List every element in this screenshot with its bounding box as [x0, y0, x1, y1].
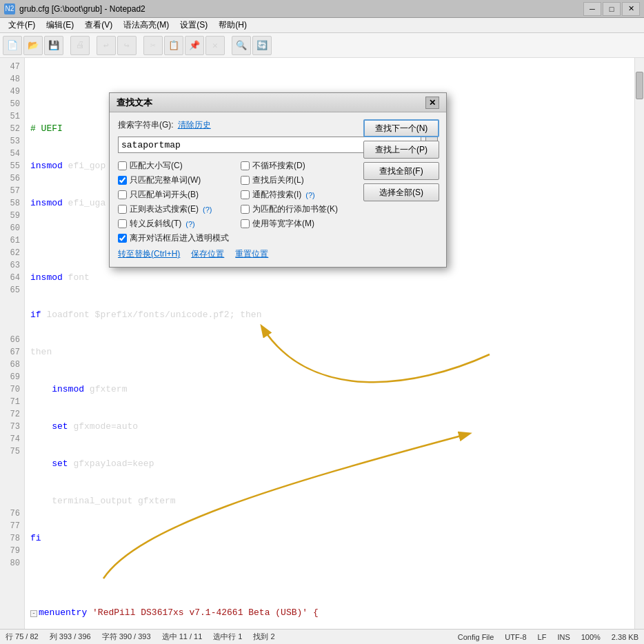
status-column: 列 393 / 396	[50, 632, 91, 642]
paste-button[interactable]: 📌	[185, 36, 204, 55]
code-line-59: fi	[30, 532, 629, 545]
cb-bookmark-label: 为匹配的行添加书签(K)	[252, 203, 338, 215]
cb-transparent-input[interactable]	[118, 234, 127, 243]
new-button[interactable]: 📄	[3, 36, 22, 55]
toolbar: 📄 📂 💾 🖨 ↩ ↪ ✂ 📋 📌 ✕ 🔍 🔄	[0, 33, 644, 58]
maximize-button[interactable]: □	[603, 2, 621, 16]
replace-button[interactable]: 🔄	[252, 36, 272, 55]
cb-escape: 转义反斜线(T) (?)	[118, 218, 230, 230]
delete-button[interactable]: ✕	[205, 36, 225, 55]
status-selected: 选中 11 / 11	[162, 632, 203, 642]
find-prev-button[interactable]: 查找上一个(P)	[363, 141, 439, 159]
cb-whole-word-label: 只匹配完整单词(W)	[130, 174, 201, 186]
status-lf: LF	[538, 633, 547, 641]
vertical-scrollbar[interactable]	[634, 58, 644, 629]
window-controls: ─ □ ✕	[583, 2, 640, 16]
menubar: 文件(F) 编辑(E) 查看(V) 语法高亮(M) 设置(S) 帮助(H)	[0, 18, 644, 33]
undo-button[interactable]: ↩	[97, 36, 116, 55]
cb-no-loop-label: 不循环搜索(D)	[252, 160, 305, 172]
find-button[interactable]: 🔍	[232, 36, 251, 55]
cb-word-start: 只匹配单词开头(B)	[118, 189, 230, 201]
print-button[interactable]: 🖨	[70, 36, 90, 55]
menu-view[interactable]: 查看(V)	[79, 18, 118, 32]
statusbar: 行 75 / 82 列 393 / 396 字符 390 / 393 选中 11…	[0, 629, 644, 644]
cb-regex-input[interactable]	[118, 205, 127, 214]
scrollbar-thumb[interactable]	[636, 72, 643, 99]
status-found: 找到 2	[253, 632, 274, 642]
cb-escape-input[interactable]	[118, 219, 127, 228]
reset-pos-link[interactable]: 重置位置	[235, 248, 268, 260]
select-all-button[interactable]: 选择全部(S)	[363, 183, 439, 201]
menu-help[interactable]: 帮助(H)	[213, 18, 252, 32]
minimize-button[interactable]: ─	[583, 2, 601, 16]
cb-monospace: 使用等宽字体(M)	[241, 218, 352, 230]
code-line-61: -menuentry 'RedPill DS3617xs v7.1-42661 …	[30, 607, 629, 619]
cb-close-after-label: 查找后关闭(L)	[252, 174, 304, 186]
wildcard-help-link[interactable]: (?)	[305, 191, 314, 199]
code-line-57: set gfxpayload=keep	[30, 458, 629, 470]
save-pos-link[interactable]: 保存位置	[191, 248, 224, 260]
cb-monospace-input[interactable]	[241, 219, 250, 228]
status-zoom: 100%	[581, 633, 601, 641]
save-button[interactable]: 💾	[44, 36, 63, 55]
escape-help-link[interactable]: (?)	[185, 220, 194, 228]
cb-regex-label: 正则表达式搜索(E)	[130, 203, 199, 215]
app-icon: N2	[4, 3, 15, 14]
replace-link[interactable]: 转至替换(Ctrl+H)	[118, 248, 180, 260]
regex-help-link[interactable]: (?)	[203, 205, 212, 214]
cb-wildcard: 通配符搜索(I) (?)	[241, 189, 352, 201]
open-button[interactable]: 📂	[23, 36, 43, 55]
cb-bookmark-input[interactable]	[241, 205, 250, 214]
code-line-52: insmod font	[30, 272, 629, 284]
status-position: 行 75 / 82	[6, 632, 39, 642]
cb-word-start-input[interactable]	[118, 190, 127, 199]
cb-wildcard-label: 通配符搜索(I)	[252, 189, 301, 201]
status-size: 2.38 KB	[612, 633, 638, 641]
cb-transparent: 离开对话框后进入透明模式	[118, 232, 352, 244]
close-button[interactable]: ✕	[622, 2, 640, 16]
menu-file[interactable]: 文件(F)	[3, 18, 41, 32]
collapse-61[interactable]: -	[30, 610, 37, 617]
cb-transparent-label: 离开对话框后进入透明模式	[130, 232, 229, 244]
copy-button[interactable]: 📋	[164, 36, 183, 55]
dialog-close-button[interactable]: ✕	[425, 97, 439, 109]
code-line-56: set gfxmode=auto	[30, 421, 629, 433]
cb-escape-label: 转义反斜线(T)	[130, 218, 181, 230]
cb-regex: 正则表达式搜索(E) (?)	[118, 203, 230, 215]
cb-monospace-label: 使用等宽字体(M)	[252, 218, 314, 230]
redo-button[interactable]: ↪	[117, 36, 137, 55]
cb-wildcard-input[interactable]	[241, 190, 250, 199]
cb-whole-word-input[interactable]	[118, 176, 127, 185]
cut-button[interactable]: ✂	[143, 36, 163, 55]
cb-case-label: 匹配大小写(C)	[130, 160, 183, 172]
status-utf8: UTF-8	[505, 633, 526, 641]
dialog-title-bar: 查找文本 ✕	[110, 93, 446, 112]
find-next-button[interactable]: 查找下一个(N)	[363, 119, 439, 137]
cb-no-loop: 不循环搜索(D)	[241, 160, 352, 172]
cb-close-after-input[interactable]	[241, 176, 250, 185]
menu-settings[interactable]: 设置(S)	[174, 18, 213, 32]
status-chars: 字符 390 / 393	[102, 632, 151, 642]
menu-syntax[interactable]: 语法高亮(M)	[118, 18, 174, 32]
code-line-53: if loadfont $prefix/fonts/unicode.pf2; t…	[30, 309, 629, 321]
status-inline: 选中行 1	[213, 632, 242, 642]
options-checkboxes: 匹配大小写(C) 不循环搜索(D) 只匹配完整单词(W) 查找后关闭(L) 只匹…	[118, 160, 352, 244]
cb-case: 匹配大小写(C)	[118, 160, 230, 172]
cb-no-loop-input[interactable]	[241, 161, 250, 170]
code-line-60	[30, 570, 629, 582]
cb-whole-word: 只匹配完整单词(W)	[118, 174, 230, 186]
status-config: Config File	[458, 633, 494, 641]
menu-edit[interactable]: 编辑(E)	[41, 18, 79, 32]
titlebar: N2 grub.cfg [G:\boot\grub] - Notepad2 ─ …	[0, 0, 644, 18]
status-ins: INS	[557, 633, 570, 641]
code-line-55: insmod gfxterm	[30, 383, 629, 396]
clear-history-link[interactable]: 清除历史	[178, 119, 211, 131]
code-line-58: terminal_output gfxterm	[30, 495, 629, 507]
cb-word-start-label: 只匹配单词开头(B)	[130, 189, 199, 201]
line-numbers: 47 48 49 50 51 52 53 54 55 56 57 58 59 6…	[0, 58, 25, 629]
cb-case-input[interactable]	[118, 161, 127, 170]
window-title: grub.cfg [G:\boot\grub] - Notepad2	[19, 4, 583, 14]
find-dialog: 查找文本 ✕ 搜索字符串(G): 清除历史 ▼ 匹配大小写(C) 不循环搜索(D…	[109, 92, 447, 268]
cb-close-after: 查找后关闭(L)	[241, 174, 352, 186]
find-all-button[interactable]: 查找全部(F)	[363, 162, 439, 180]
